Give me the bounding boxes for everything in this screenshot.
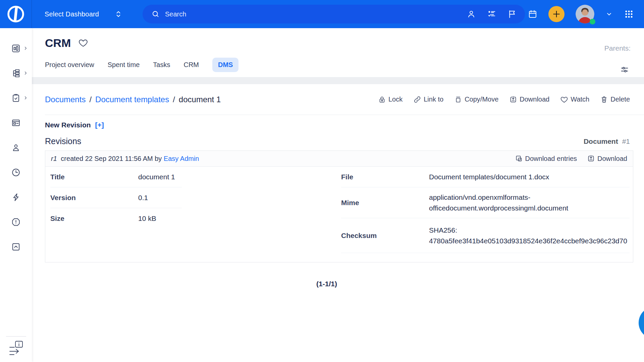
revision-created-text: created 22 Sep 2021 11:56 AM by [61,155,162,162]
chevron-up-down-icon[interactable] [114,10,122,18]
breadcrumb: Documents / Document templates / documen… [45,95,221,104]
tab-spent-time[interactable]: Spent time [108,58,140,72]
delete-button[interactable]: Delete [600,96,630,104]
document-actions: Lock Link to Copy/Move [378,96,630,104]
copy-entries-icon [515,155,523,163]
field-value: Document templates/document 1.docx [429,172,549,182]
parents-label: Parents: [604,44,631,52]
download-icon [509,96,517,104]
field-value: application/vnd.openxmlformats-officedoc… [429,192,617,213]
search-icon [151,10,160,18]
revision-fields-left: Title document 1 Version 0.1 Size 10 kB [50,167,182,229]
field-title: Title document 1 [50,167,182,187]
main-content: CRM Parents: Project overview Spent time… [32,28,644,362]
sliders-icon[interactable] [620,65,629,74]
user-avatar[interactable] [576,5,594,23]
search-input[interactable] [165,10,516,18]
revision-author-link[interactable]: Easy Admin [164,155,199,162]
tab-crm[interactable]: CRM [183,58,199,72]
page-title: CRM [45,36,71,50]
heart-icon[interactable] [78,38,88,48]
dms-content: Documents / Document templates / documen… [32,84,644,288]
field-file: File Document templates/document 1.docx [341,167,630,187]
sidebar-item-upgrade[interactable] [0,234,32,259]
app-logo[interactable] [0,0,32,28]
apps-grid-icon[interactable] [624,9,634,19]
revision-panel: r1 created 22 Sep 2021 11:56 AM by Easy … [45,150,633,262]
new-revision-label: New Revision [45,121,91,129]
collapse-arrow-icon[interactable] [8,349,24,357]
download-revision-button[interactable]: Download [587,155,627,163]
sidebar-item-projects[interactable] [0,61,32,85]
watch-button[interactable]: Watch [560,96,589,104]
new-revision-add-button[interactable]: [+] [95,121,104,129]
revision-number: r1 [51,155,57,162]
field-version: Version 0.1 [50,187,182,208]
tab-tasks[interactable]: Tasks [153,58,170,72]
sidebar-item-tasks[interactable] [0,85,32,110]
online-status-dot [590,19,595,24]
action-label: Download entries [525,155,577,163]
revision-fields-right: File Document templates/document 1.docx … [341,167,630,253]
heart-icon [560,96,568,104]
browser-window-icon [11,118,21,128]
chevron-down-icon[interactable] [605,10,613,18]
pagination: (1-1/1) [45,280,608,288]
field-label: File [341,173,429,181]
field-label: Checksum [341,232,429,240]
new-revision-row: New Revision [+] [45,121,644,129]
field-label: Title [50,173,138,181]
document-reference-label: Document [584,137,618,145]
header-divider-band [32,77,644,84]
calendar-icon[interactable] [528,9,537,19]
breadcrumb-separator: / [173,95,175,104]
topbar-right-cluster [467,0,634,28]
field-value: document 1 [138,172,175,182]
lock-button[interactable]: Lock [378,96,402,104]
download-button[interactable]: Download [509,96,549,104]
upload-square-icon [11,242,21,252]
sidebar-item-alerts[interactable] [0,209,32,234]
checksum-algorithm: SHA256: [429,225,627,236]
left-sidebar [0,28,32,362]
sidebar-item-time[interactable] [0,160,32,185]
add-button[interactable] [548,6,565,22]
project-tree-icon [11,68,21,78]
sidebar-item-boards[interactable] [0,110,32,135]
action-label: Copy/Move [465,96,498,103]
checksum-hash: 4780a5fee3f41b4e05103d9318524e36f2e4ccbe… [429,237,627,245]
lightning-icon [11,192,21,202]
breadcrumb-documents[interactable]: Documents [45,95,86,104]
project-header: CRM Parents: Project overview Spent time… [32,28,644,77]
clock-icon [11,168,21,177]
document-reference: Document#1 [584,137,630,145]
download-entries-button[interactable]: Download entries [515,155,577,163]
flag-icon[interactable] [507,9,517,19]
sidebar-divider [6,336,26,337]
info-icon[interactable] [8,341,24,349]
field-checksum: Checksum SHA256: 4780a5fee3f41b4e05103d9… [341,218,630,253]
dashboard-icon [11,44,21,53]
chevron-right-icon [24,71,28,75]
checklist-icon[interactable] [487,9,496,19]
field-label: Size [50,215,138,223]
user-icon[interactable] [467,9,476,19]
revision-meta: r1 created 22 Sep 2021 11:56 AM by Easy … [51,155,199,163]
plus-icon [552,10,561,18]
breadcrumb-document-templates[interactable]: Document templates [95,95,169,104]
sidebar-item-users[interactable] [0,135,32,160]
breadcrumb-separator: / [89,95,92,104]
action-label: Download [597,155,627,163]
dashboard-selector[interactable]: Select Dashboard [45,10,99,18]
tab-dms[interactable]: DMS [212,58,238,72]
field-value: 0.1 [138,192,148,203]
action-label: Delete [610,96,630,103]
sidebar-footer [0,336,32,357]
chevron-right-icon [24,47,28,50]
tab-project-overview[interactable]: Project overview [45,58,94,72]
link-to-button[interactable]: Link to [413,96,443,104]
copy-move-button[interactable]: Copy/Move [454,96,498,104]
users-icon [11,143,21,153]
sidebar-item-dashboards[interactable] [0,36,32,61]
sidebar-item-quick-actions[interactable] [0,185,32,209]
